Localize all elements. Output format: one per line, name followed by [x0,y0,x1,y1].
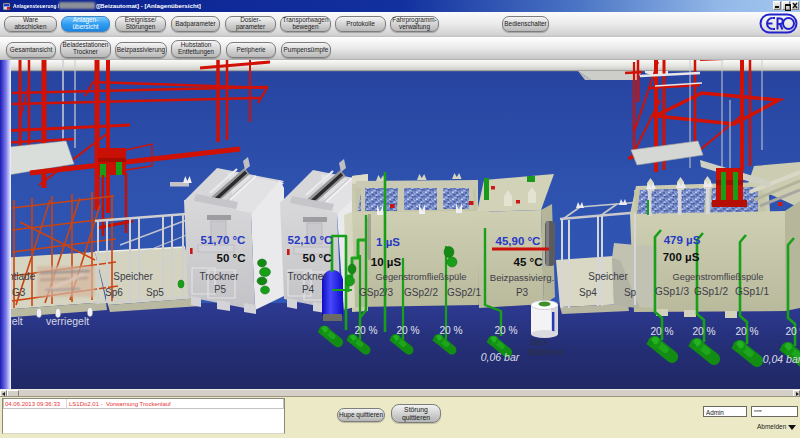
svg-text:Do3: Do3 [531,337,547,347]
svg-text:P3: P3 [516,287,529,298]
svg-text:Trockner: Trockner [287,271,327,282]
svg-text:50 °C: 50 °C [217,252,246,264]
svg-text:700 µS: 700 µS [663,251,700,263]
svg-text:GSp2/2: GSp2/2 [404,287,438,298]
svg-text:20 %: 20 % [439,325,462,336]
svg-text:GSp2/1: GSp2/1 [447,287,481,298]
svg-text:P5: P5 [214,284,227,295]
svg-text:0,06 bar: 0,06 bar [481,351,520,363]
svg-text:GSp1/1: GSp1/1 [735,286,769,297]
svg-text:Sp5: Sp5 [146,287,164,298]
svg-text:G3: G3 [12,287,26,298]
svg-text:Sp4: Sp4 [579,287,597,298]
svg-text:Trockner: Trockner [199,271,239,282]
svg-text:50 °C: 50 °C [303,252,332,264]
svg-text:20 %: 20 % [692,326,715,337]
svg-text:Sp: Sp [624,287,637,298]
svg-text:45 °C: 45 °C [514,256,543,268]
svg-text:verriegelt: verriegelt [46,315,89,327]
svg-text:20 %: 20 % [785,326,800,337]
svg-text:20 %: 20 % [354,325,377,336]
svg-text:45,90 °C: 45,90 °C [496,235,541,247]
svg-text:GSp2/3: GSp2/3 [359,287,393,298]
svg-text:Gegenstromfließspüle: Gegenstromfließspüle [376,272,467,282]
svg-text:1 µS: 1 µS [376,236,400,248]
svg-text:GSp1/2: GSp1/2 [694,286,728,297]
svg-text:51,70 °C: 51,70 °C [201,234,246,246]
svg-text:Gegenstromfließspüle: Gegenstromfließspüle [673,272,764,282]
svg-text:GSp1/3: GSp1/3 [655,286,689,297]
svg-text:20 %: 20 % [494,325,517,336]
svg-text:Beizpassivierg.: Beizpassivierg. [490,272,555,283]
svg-text:Speicher: Speicher [113,271,153,282]
svg-text:20 %: 20 % [396,325,419,336]
svg-text:20 %: 20 % [735,326,758,337]
svg-text:20 %: 20 % [650,326,673,337]
svg-text:ntlade: ntlade [8,271,36,282]
svg-text:0,04 bar: 0,04 bar [763,353,800,365]
svg-text:10 µS: 10 µS [371,256,402,268]
svg-text:Beizkonz.: Beizkonz. [529,347,566,357]
svg-text:P4: P4 [302,284,315,295]
svg-text:Speicher: Speicher [588,271,628,282]
svg-text:Sp6: Sp6 [105,287,123,298]
svg-text:479 µS: 479 µS [664,234,701,246]
svg-text:52,10 °C: 52,10 °C [288,234,333,246]
